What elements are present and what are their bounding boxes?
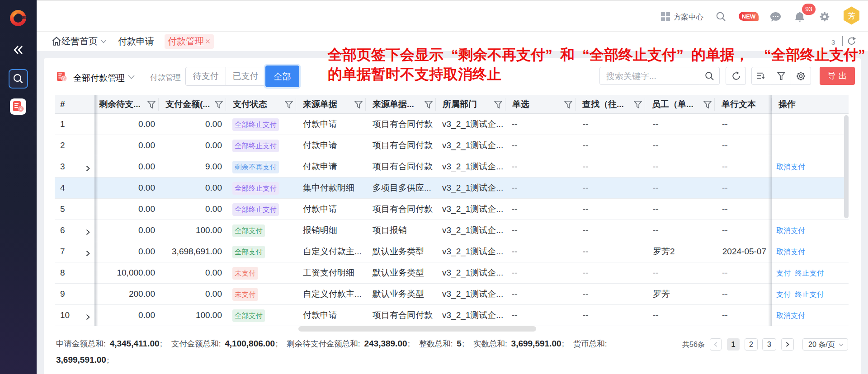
svg-text:¥: ¥ xyxy=(19,107,22,111)
svg-text:CRM: CRM xyxy=(22,16,26,19)
svg-text:¥: ¥ xyxy=(62,76,65,81)
svg-text:芳: 芳 xyxy=(848,12,855,20)
